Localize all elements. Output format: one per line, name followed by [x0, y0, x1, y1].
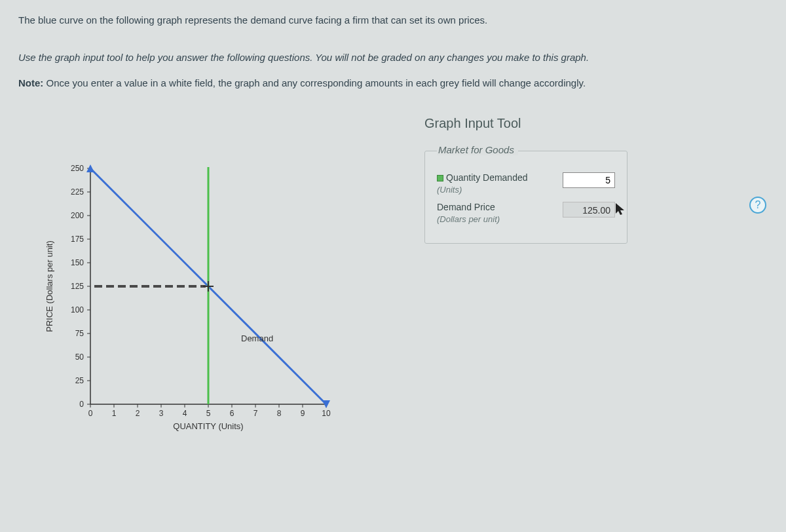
svg-text:50: 50: [75, 352, 84, 362]
price-guide-line: [94, 285, 206, 288]
svg-rect-51: [153, 285, 161, 288]
instruction-note: Note: Once you enter a value in a white …: [18, 76, 768, 90]
svg-text:0: 0: [79, 400, 84, 409]
quantity-sublabel: (Units): [437, 185, 462, 195]
y-axis-title: PRICE (Dollars per unit): [45, 240, 54, 332]
cursor-icon: [614, 202, 626, 216]
note-text: Once you enter a value in a white field,…: [43, 77, 586, 88]
quantity-input[interactable]: [563, 172, 615, 188]
demand-chart[interactable]: 0 25 50 75 100 125 150 175 200 225 250 0…: [38, 155, 352, 437]
price-label: Demand Price: [437, 202, 495, 212]
svg-text:9: 9: [301, 409, 305, 418]
quantity-row: Quantity Demanded (Units): [437, 172, 615, 195]
y-axis: 0 25 50 75 100 125 150 175 200 225 250: [71, 164, 90, 409]
svg-text:10: 10: [322, 409, 331, 418]
svg-text:0: 0: [88, 409, 93, 418]
x-axis: 0 1 2 3 4 5 6 7 8 9 10: [88, 404, 331, 418]
svg-text:4: 4: [183, 409, 187, 418]
svg-rect-46: [94, 285, 102, 288]
svg-rect-52: [165, 285, 173, 288]
svg-text:7: 7: [253, 409, 258, 418]
instruction-line-2: Use the graph input tool to help you ans…: [18, 50, 768, 64]
x-axis-title: QUANTITY (Units): [173, 421, 243, 431]
market-panel: Market for Goods Quantity Demanded (Unit…: [424, 145, 627, 244]
quantity-swatch-icon: [437, 175, 443, 181]
note-label: Note:: [18, 77, 43, 88]
market-panel-title: Market for Goods: [437, 144, 518, 155]
svg-text:250: 250: [71, 164, 84, 173]
price-readonly: 125.00: [563, 202, 615, 218]
svg-rect-47: [106, 285, 114, 288]
svg-text:6: 6: [230, 409, 234, 418]
svg-rect-48: [118, 285, 126, 288]
svg-rect-54: [189, 285, 196, 288]
chart-area: 0 25 50 75 100 125 150 175 200 225 250 0…: [18, 116, 385, 437]
svg-text:8: 8: [277, 409, 282, 418]
demand-label: Demand: [241, 333, 273, 343]
svg-text:150: 150: [71, 258, 84, 267]
svg-text:100: 100: [71, 305, 84, 314]
svg-text:5: 5: [206, 409, 211, 418]
svg-rect-49: [130, 285, 138, 288]
svg-text:2: 2: [136, 409, 140, 418]
svg-text:125: 125: [71, 282, 84, 291]
svg-rect-53: [177, 285, 185, 288]
svg-text:200: 200: [71, 211, 84, 220]
help-icon[interactable]: ?: [749, 197, 766, 214]
svg-text:1: 1: [112, 409, 117, 418]
price-row: Demand Price (Dollars per unit) 125.00: [437, 202, 615, 225]
quantity-label: Quantity Demanded: [446, 172, 528, 183]
svg-marker-58: [616, 203, 624, 215]
tool-title: Graph Input Tool: [424, 116, 768, 131]
instruction-line-1: The blue curve on the following graph re…: [18, 13, 768, 27]
svg-rect-50: [141, 285, 149, 288]
svg-text:175: 175: [71, 235, 84, 244]
price-sublabel: (Dollars per unit): [437, 214, 500, 224]
svg-text:225: 225: [71, 187, 84, 197]
svg-text:75: 75: [75, 329, 84, 338]
svg-text:3: 3: [159, 409, 164, 418]
svg-text:25: 25: [75, 376, 84, 385]
